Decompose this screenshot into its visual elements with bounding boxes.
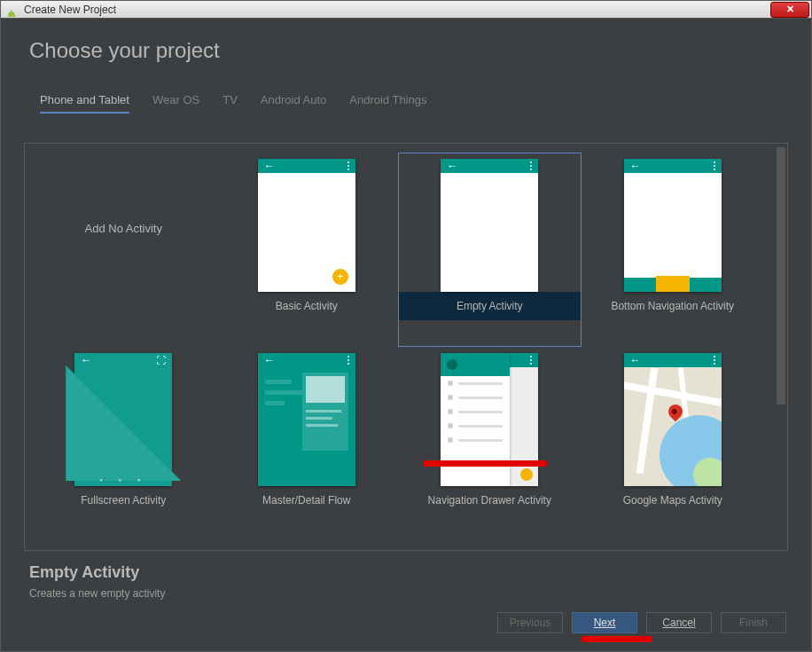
window-title: Create New Project xyxy=(24,4,116,16)
close-icon: ✕ xyxy=(786,4,794,15)
back-arrow-icon: ← xyxy=(630,355,641,365)
template-label: Empty Activity xyxy=(457,300,523,312)
template-label: Google Maps Activity xyxy=(623,494,722,507)
template-grid: Add No Activity ← + Basic Activity ← Emp… xyxy=(25,144,771,550)
back-arrow-icon: ← xyxy=(447,161,457,171)
template-google-maps-activity[interactable]: ← Google Maps Activity xyxy=(582,347,765,541)
svg-point-0 xyxy=(9,12,11,14)
annotation-underline xyxy=(423,460,547,467)
fullscreen-icon: ⛶ xyxy=(156,355,166,365)
dialog-window: Create New Project ✕ Choose your project… xyxy=(0,0,812,652)
template-label: Master/Detail Flow xyxy=(262,494,350,507)
template-master-detail-flow[interactable]: ← Master/Detail Flow xyxy=(215,347,399,541)
cancel-button[interactable]: Cancel xyxy=(646,612,712,633)
back-arrow-icon: ← xyxy=(264,161,275,171)
scrollbar-track[interactable] xyxy=(777,145,785,548)
annotation-underline xyxy=(582,636,652,642)
template-label: Basic Activity xyxy=(276,300,338,312)
template-add-no-activity[interactable]: Add No Activity xyxy=(32,153,215,347)
android-studio-icon xyxy=(4,5,19,14)
svg-point-1 xyxy=(13,12,15,14)
title-bar[interactable]: Create New Project ✕ xyxy=(1,1,811,19)
template-thumbnail: ← xyxy=(624,353,722,486)
scrollbar-thumb[interactable] xyxy=(777,147,785,405)
template-label: Bottom Navigation Activity xyxy=(611,300,734,312)
wizard-buttons: Previous Next Cancel Finish xyxy=(497,612,786,633)
overflow-icon xyxy=(347,356,349,365)
overflow-icon xyxy=(347,161,349,170)
tab-android-auto[interactable]: Android Auto xyxy=(261,93,326,114)
description-text: Creates a new empty activity xyxy=(29,587,165,600)
template-panel: Add No Activity ← + Basic Activity ← Emp… xyxy=(24,143,788,551)
template-thumbnail: ← xyxy=(258,353,355,486)
template-bottom-navigation-activity[interactable]: ← Bottom Navigation Activity xyxy=(582,153,765,347)
template-thumbnail: ← xyxy=(624,159,722,292)
template-description: Empty Activity Creates a new empty activ… xyxy=(29,563,165,600)
tab-wear-os[interactable]: Wear OS xyxy=(152,93,199,114)
template-basic-activity[interactable]: ← + Basic Activity xyxy=(215,153,399,347)
back-arrow-icon: ← xyxy=(264,355,275,365)
next-button[interactable]: Next xyxy=(572,612,637,633)
template-label: Add No Activity xyxy=(33,159,215,297)
template-navigation-drawer-activity[interactable]: Navigation Drawer Activity xyxy=(398,347,582,541)
previous-button: Previous xyxy=(497,612,563,633)
tab-android-things[interactable]: Android Things xyxy=(349,93,426,114)
page-title: Choose your project xyxy=(6,19,806,63)
overflow-icon xyxy=(714,161,715,170)
tab-phone-tablet[interactable]: Phone and Tablet xyxy=(40,93,129,114)
fab-icon: + xyxy=(332,269,348,285)
description-title: Empty Activity xyxy=(29,563,165,582)
template-label: Navigation Drawer Activity xyxy=(428,494,551,507)
overflow-icon xyxy=(530,356,532,365)
dialog-body: Choose your project Phone and Tablet Wea… xyxy=(6,19,806,646)
template-fullscreen-activity[interactable]: ←⛶ ● ● ● Fullscreen Activity xyxy=(32,347,215,541)
back-arrow-icon: ← xyxy=(630,161,641,171)
template-thumbnail: ← + xyxy=(258,159,355,292)
back-arrow-icon: ← xyxy=(81,354,91,366)
template-empty-activity[interactable]: ← Empty Activity xyxy=(398,153,582,347)
tab-tv[interactable]: TV xyxy=(223,93,238,114)
close-button[interactable]: ✕ xyxy=(770,2,809,18)
form-factor-tabs: Phone and Tablet Wear OS TV Android Auto… xyxy=(40,93,806,114)
overflow-icon xyxy=(714,356,715,365)
template-thumbnail: ← xyxy=(441,159,538,292)
template-label: Fullscreen Activity xyxy=(81,494,166,507)
fab-icon xyxy=(520,468,533,481)
template-thumbnail: ←⛶ ● ● ● xyxy=(74,353,172,486)
overflow-icon xyxy=(530,161,532,170)
finish-button: Finish xyxy=(721,612,786,633)
